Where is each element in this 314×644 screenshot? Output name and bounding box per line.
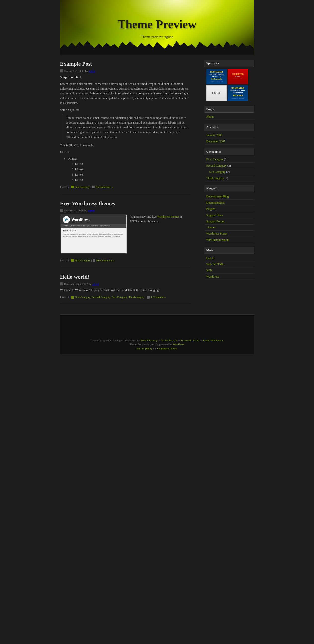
footer-wordpress-link[interactable]: WordPress bbox=[173, 343, 184, 346]
cat-third-count: (1) bbox=[224, 176, 228, 180]
calendar-icon-hello bbox=[60, 282, 63, 285]
blogroll-wpplanet-link[interactable]: WordPress Planet bbox=[206, 232, 227, 236]
post-comments-example[interactable]: No Comments » bbox=[96, 185, 114, 189]
post-paragraph: Lorem Ipsum dolor sit amet, consectetur … bbox=[60, 82, 191, 106]
free-label: FREE bbox=[212, 90, 221, 96]
footer-link-yachts[interactable]: Yachts for sale bbox=[161, 339, 177, 342]
sidebar-cat-second[interactable]: Second Category (2) bbox=[204, 163, 254, 169]
bquote-label: Some b-quotes: bbox=[60, 108, 191, 112]
post-wp-themes: Free Wordpress themes January 1st, 2008 … bbox=[60, 199, 191, 266]
wp-themes-link[interactable]: Wordpress themes bbox=[157, 215, 179, 218]
sidebar-blogroll-devblog[interactable]: Development Blog bbox=[204, 194, 254, 200]
sidebar-blogroll-suggest[interactable]: Suggest Ideas bbox=[204, 212, 254, 218]
meta-xfn-link[interactable]: XFN bbox=[206, 269, 212, 272]
site-header: Theme Preview Theme preview tagline bbox=[60, 0, 254, 55]
sponsor-hostgator-2[interactable]: HOSTGATOR HOST UNLIMITED WEB SITES! $10/… bbox=[228, 86, 248, 101]
post-comments-hello[interactable]: 1 Comment » bbox=[151, 295, 166, 299]
sidebar-meta-xhtml[interactable]: Valid XHTML bbox=[204, 261, 254, 268]
category-icon-wp bbox=[71, 259, 74, 262]
meta-xhtml-link[interactable]: Valid XHTML bbox=[206, 262, 224, 266]
sidebar-archive-jan2008[interactable]: January 2008 bbox=[204, 132, 254, 138]
post-content-wp: W WordPress HOME ABOUT BLOG FORUM HOSTIN… bbox=[60, 214, 191, 256]
wp-welcome: WELCOME bbox=[63, 229, 124, 233]
post-author-example[interactable]: admin bbox=[89, 69, 96, 73]
sponsor-free[interactable]: FREE bbox=[206, 86, 227, 101]
bold-text: Simple bold text bbox=[60, 76, 81, 79]
cat-third-link[interactable]: Third category bbox=[206, 176, 224, 180]
footer-link-funny[interactable]: Funny WP themes bbox=[203, 339, 223, 342]
footer-link-food[interactable]: Food Directory bbox=[141, 339, 158, 342]
sidebar-sponsors: Sponsors HOSTGATOR HOST UNLIMITED WEB SI… bbox=[204, 60, 254, 102]
cat-second-link[interactable]: Second Category bbox=[206, 164, 227, 168]
post-hello-world: Hello world! December 26th, 2007 by admi… bbox=[60, 273, 191, 303]
main-content: Example Post January 2nd, 2008 by admin … bbox=[60, 57, 194, 312]
sidebar-meta-login[interactable]: Log In bbox=[204, 255, 254, 261]
post-title-example: Example Post bbox=[60, 60, 191, 68]
wp-screenshot: W WordPress HOME ABOUT BLOG FORUM HOSTIN… bbox=[61, 215, 127, 253]
post-meta-wp: January 1st, 2008 by admin bbox=[60, 208, 191, 212]
post-cat-sub[interactable]: Sub Category, bbox=[112, 295, 128, 299]
blogroll-devblog-link[interactable]: Development Blog bbox=[206, 195, 229, 198]
ul-ol-label: This is UL, OL, Li example: bbox=[60, 143, 191, 148]
footer-link-swarovski[interactable]: Swarovski Beads bbox=[181, 339, 200, 342]
blogroll-suggest-link[interactable]: Suggest Ideas bbox=[206, 213, 223, 217]
hm-name: hostmonster bbox=[233, 78, 242, 80]
sidebar-archives-title: Archives bbox=[204, 124, 254, 131]
sidebar-categories: Categories First Category (2) Second Cat… bbox=[204, 148, 254, 182]
sidebar-meta-xfn[interactable]: XFN bbox=[204, 268, 254, 274]
sponsor-hostgator-1[interactable]: HOSTGATOR HOST UNLIMITED WEB SITES! $10/… bbox=[206, 69, 227, 84]
sidebar-blogroll-plugins[interactable]: Plugins bbox=[204, 206, 254, 212]
sidebar-blogroll-themes[interactable]: Themes bbox=[204, 224, 254, 231]
cat-sub-link[interactable]: Sub Category bbox=[209, 170, 226, 174]
post-content-hello: Welcome to WordPress. This is your first… bbox=[60, 288, 191, 292]
footer-comments-rss[interactable]: Comments (RSS) bbox=[157, 347, 177, 350]
post-cat-second[interactable]: Second Category, bbox=[92, 295, 111, 299]
wp-body: WELCOME WordPress is a state of the art … bbox=[61, 228, 126, 253]
calendar-icon bbox=[60, 69, 63, 72]
post-cat-first[interactable]: First Category, bbox=[75, 295, 91, 299]
archive-dec2007-link[interactable]: December 2007 bbox=[206, 140, 225, 143]
wp-nav-hosting: HOSTING bbox=[91, 224, 98, 227]
sidebar-blogroll-wpcustom[interactable]: WP Customization bbox=[204, 237, 254, 243]
sidebar-cat-third[interactable]: Third category (1) bbox=[204, 175, 254, 181]
post-meta-hello: December 26th, 2007 by admin bbox=[60, 282, 191, 286]
sidebar-blogroll-wpplanet[interactable]: WordPress Planet bbox=[204, 231, 254, 237]
sidebar-blogroll-forum[interactable]: Support Forum bbox=[204, 218, 254, 224]
post-by-wp: by bbox=[84, 208, 87, 212]
sidebar-meta-wordpress[interactable]: WordPress bbox=[204, 274, 254, 280]
sidebar-cat-first[interactable]: First Category (2) bbox=[204, 156, 254, 163]
comment-icon bbox=[92, 186, 95, 188]
post-category-wp[interactable]: First Category bbox=[75, 258, 90, 262]
site-tagline: Theme preview tagline bbox=[141, 34, 173, 40]
sponsor-hostmonster[interactable]: UNLIMITED SPACE hostmonster bbox=[228, 69, 248, 84]
footer-grass bbox=[64, 318, 250, 338]
sidebar-archive-dec2007[interactable]: December 2007 bbox=[204, 138, 254, 144]
archive-jan2008-link[interactable]: January 2008 bbox=[206, 133, 222, 137]
blogroll-forum-link[interactable]: Support Forum bbox=[206, 220, 224, 223]
cat-first-count: (2) bbox=[224, 158, 228, 161]
sidebar-cat-sub[interactable]: Sub Category (2) bbox=[204, 169, 254, 175]
footer-entries-rss[interactable]: Entries (RSS) bbox=[137, 347, 152, 350]
hg2-link: click here for more info! bbox=[232, 97, 244, 99]
meta-wordpress-link[interactable]: WordPress bbox=[206, 275, 219, 278]
post-comments-wp[interactable]: No Comments » bbox=[97, 258, 114, 262]
cat-first-link[interactable]: First Category bbox=[206, 158, 223, 161]
post-footer-example: Posted in Sub Category | No Comments » bbox=[60, 185, 191, 189]
sidebar-page-about[interactable]: About bbox=[204, 114, 254, 120]
page-about-link[interactable]: About bbox=[206, 115, 214, 118]
post-author-hello[interactable]: admin bbox=[93, 282, 99, 286]
post-author-wp[interactable]: admin bbox=[88, 208, 95, 212]
hm-brand: UNLIMITED bbox=[232, 73, 244, 76]
meta-login-link[interactable]: Log In bbox=[206, 256, 214, 260]
post-cat-third[interactable]: Third category bbox=[129, 295, 145, 299]
post-date-example: January 2nd, 2008 bbox=[64, 69, 84, 73]
wp-nav-forum: FORUM bbox=[83, 224, 89, 227]
blogroll-wpcustom-link[interactable]: WP Customization bbox=[206, 238, 229, 242]
blogroll-docs-link[interactable]: Documentation bbox=[206, 201, 225, 204]
blogroll-plugins-link[interactable]: Plugins bbox=[206, 207, 215, 210]
blogroll-themes-link[interactable]: Themes bbox=[206, 226, 216, 229]
post-category-example[interactable]: Sub Category bbox=[75, 185, 90, 189]
sidebar-blogroll-docs[interactable]: Documentation bbox=[204, 200, 254, 206]
wp-logo-text: WordPress bbox=[71, 216, 90, 223]
posted-in-label-example: Posted in bbox=[60, 185, 70, 189]
